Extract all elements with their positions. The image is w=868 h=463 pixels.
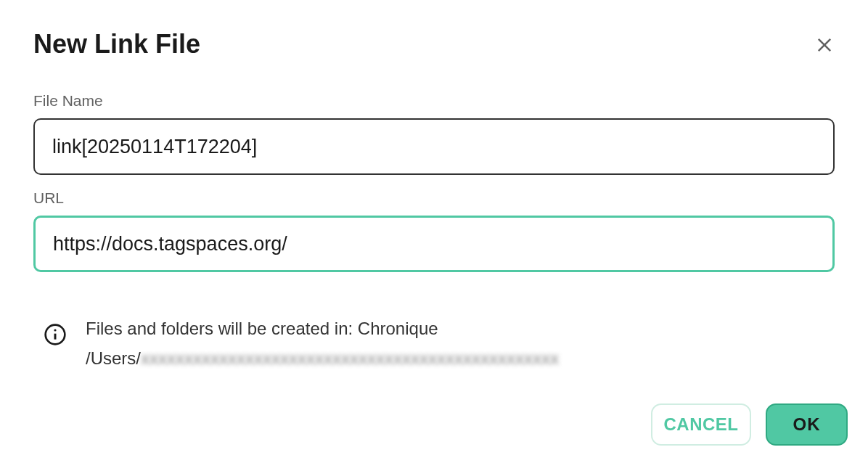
svg-point-4 [54, 329, 56, 331]
ok-button[interactable]: OK [766, 403, 848, 446]
url-field-group: URL [33, 189, 839, 272]
filename-input[interactable] [33, 118, 835, 175]
url-label: URL [33, 189, 839, 207]
info-line2: /Users/xxxxxxxxxxxxxxxxxxxxxxxxxxxxxxxxx… [86, 344, 559, 374]
filename-field-group: File Name [33, 92, 839, 175]
button-row: CANCEL OK [651, 403, 848, 446]
info-path-prefix: /Users/ [86, 348, 141, 368]
info-line1: Files and folders will be created in: Ch… [86, 314, 559, 344]
close-icon[interactable] [814, 35, 835, 58]
dialog-header: New Link File [33, 29, 839, 60]
url-input[interactable] [33, 216, 835, 272]
info-row: Files and folders will be created in: Ch… [44, 314, 839, 374]
dialog-title: New Link File [33, 29, 200, 60]
info-icon [44, 323, 67, 349]
cancel-button[interactable]: CANCEL [651, 403, 751, 446]
filename-label: File Name [33, 92, 839, 110]
new-link-file-dialog: New Link File File Name URL Files and fo… [0, 0, 868, 463]
info-text: Files and folders will be created in: Ch… [86, 314, 559, 374]
info-path-blurred: xxxxxxxxxxxxxxxxxxxxxxxxxxxxxxxxxxxxxxxx… [141, 348, 559, 368]
